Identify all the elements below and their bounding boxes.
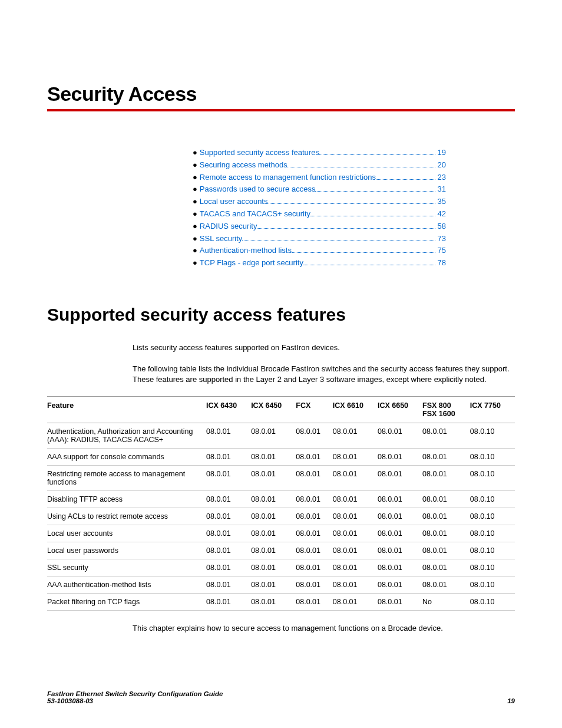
support-value-cell: 08.0.01 — [422, 542, 470, 559]
toc-entry: ●Remote access to management function re… — [193, 172, 446, 184]
support-value-cell: 08.0.10 — [470, 423, 515, 448]
intro-text: Lists security access features supported… — [47, 342, 515, 353]
support-value-cell: 08.0.01 — [206, 525, 251, 542]
support-value-cell: 08.0.01 — [378, 490, 422, 508]
support-value-cell: 08.0.01 — [422, 525, 470, 542]
feature-name-cell: SSL security — [47, 559, 206, 576]
support-value-cell: 08.0.01 — [251, 542, 296, 559]
support-value-cell: 08.0.01 — [206, 593, 251, 610]
support-value-cell: 08.0.01 — [206, 490, 251, 508]
table-header-cell: Feature — [47, 396, 206, 423]
toc-page-number[interactable]: 35 — [437, 196, 446, 208]
support-value-cell: 08.0.01 — [251, 465, 296, 490]
support-value-cell: 08.0.10 — [470, 593, 515, 610]
toc-link[interactable]: TACACS and TACACS+ security — [200, 208, 310, 220]
support-value-cell: 08.0.01 — [296, 423, 333, 448]
toc-page-number[interactable]: 75 — [437, 245, 446, 257]
support-value-cell: 08.0.10 — [470, 465, 515, 490]
support-value-cell: 08.0.10 — [470, 559, 515, 576]
support-value-cell: 08.0.01 — [251, 423, 296, 448]
support-value-cell: 08.0.01 — [333, 465, 378, 490]
support-value-cell: 08.0.01 — [333, 448, 378, 465]
support-value-cell: 08.0.01 — [296, 576, 333, 593]
table-header-cell: ICX 6650 — [378, 396, 422, 423]
support-value-cell: 08.0.01 — [333, 593, 378, 610]
toc-link[interactable]: Supported security access features — [200, 147, 319, 159]
support-value-cell: 08.0.01 — [296, 559, 333, 576]
feature-name-cell: AAA support for console commands — [47, 448, 206, 465]
support-value-cell: 08.0.01 — [378, 448, 422, 465]
bullet-icon: ● — [193, 196, 197, 208]
toc-page-number[interactable]: 73 — [437, 233, 446, 245]
toc-entry: ●Supported security access features19 — [193, 147, 446, 159]
toc-page-number[interactable]: 23 — [437, 172, 446, 184]
bullet-icon: ● — [193, 159, 197, 172]
support-value-cell: 08.0.10 — [470, 490, 515, 508]
toc-link[interactable]: Authentication-method lists — [200, 245, 292, 257]
support-value-cell: 08.0.01 — [333, 542, 378, 559]
toc-entry: ●Securing access methods20 — [193, 159, 446, 172]
toc-link[interactable]: Local user accounts — [200, 196, 268, 208]
feature-name-cell: Packet filtering on TCP flags — [47, 593, 206, 610]
support-value-cell: 08.0.01 — [378, 423, 422, 448]
support-value-cell: 08.0.01 — [422, 423, 470, 448]
toc-page-number[interactable]: 58 — [437, 220, 446, 233]
table-header-cell: ICX 7750 — [470, 396, 515, 423]
table-row: Disabling TFTP access08.0.0108.0.0108.0.… — [47, 490, 515, 508]
toc-link[interactable]: Remote access to management function res… — [200, 172, 376, 184]
support-value-cell: 08.0.01 — [378, 508, 422, 525]
bullet-icon: ● — [193, 233, 197, 245]
support-value-cell: 08.0.01 — [333, 508, 378, 525]
table-header-cell: FCX — [296, 396, 333, 423]
toc-leader-dots — [257, 221, 435, 229]
support-value-cell: 08.0.01 — [251, 490, 296, 508]
support-value-cell: 08.0.01 — [422, 508, 470, 525]
toc-page-number[interactable]: 31 — [437, 183, 446, 196]
toc-page-number[interactable]: 20 — [437, 159, 446, 172]
page-footer: FastIron Ethernet Switch Security Config… — [47, 690, 515, 704]
bullet-icon: ● — [193, 208, 197, 220]
toc-link[interactable]: SSL security — [200, 233, 243, 245]
support-value-cell: 08.0.01 — [251, 508, 296, 525]
support-value-cell: 08.0.01 — [206, 576, 251, 593]
support-value-cell: 08.0.01 — [206, 508, 251, 525]
table-row: Restricting remote access to management … — [47, 465, 515, 490]
support-value-cell: 08.0.01 — [296, 448, 333, 465]
bullet-icon: ● — [193, 183, 197, 196]
toc-entry: ●SSL security73 — [193, 233, 446, 245]
chapter-title: Security Access — [47, 83, 515, 106]
support-value-cell: 08.0.01 — [296, 542, 333, 559]
footer-page-number: 19 — [507, 697, 515, 704]
support-value-cell: 08.0.01 — [422, 559, 470, 576]
toc-page-number[interactable]: 78 — [437, 257, 446, 269]
support-value-cell: 08.0.01 — [206, 448, 251, 465]
table-header-cell: FSX 800FSX 1600 — [422, 396, 470, 423]
toc-link[interactable]: RADIUS security — [200, 220, 257, 233]
support-value-cell: 08.0.01 — [251, 593, 296, 610]
body-text: The following table lists the individual… — [47, 364, 515, 385]
support-value-cell: 08.0.01 — [296, 508, 333, 525]
toc-link[interactable]: Passwords used to secure access — [200, 183, 316, 196]
feature-name-cell: Authentication, Authorization and Accoun… — [47, 423, 206, 448]
support-value-cell: 08.0.01 — [206, 542, 251, 559]
table-row: SSL security08.0.0108.0.0108.0.0108.0.01… — [47, 559, 515, 576]
toc-entry: ●Authentication-method lists75 — [193, 245, 446, 257]
table-header-cell: ICX 6430 — [206, 396, 251, 423]
toc-page-number[interactable]: 19 — [437, 147, 446, 159]
chapter-explain-text: This chapter explains how to secure acce… — [47, 624, 515, 633]
toc-leader-dots — [292, 245, 435, 253]
table-row: Packet filtering on TCP flags08.0.0108.0… — [47, 593, 515, 610]
support-value-cell: 08.0.01 — [378, 525, 422, 542]
toc-link[interactable]: Securing access methods — [200, 159, 287, 172]
feature-name-cell: Restricting remote access to management … — [47, 465, 206, 490]
toc-leader-dots — [303, 258, 435, 265]
toc-leader-dots — [310, 209, 435, 216]
footer-left: FastIron Ethernet Switch Security Config… — [47, 690, 223, 704]
support-value-cell: 08.0.01 — [422, 465, 470, 490]
support-value-cell: No — [422, 593, 470, 610]
toc-link[interactable]: TCP Flags - edge port security — [200, 257, 303, 269]
feature-name-cell: Disabling TFTP access — [47, 490, 206, 508]
support-value-cell: 08.0.01 — [333, 490, 378, 508]
toc-page-number[interactable]: 42 — [437, 208, 446, 220]
table-header-cell: ICX 6450 — [251, 396, 296, 423]
